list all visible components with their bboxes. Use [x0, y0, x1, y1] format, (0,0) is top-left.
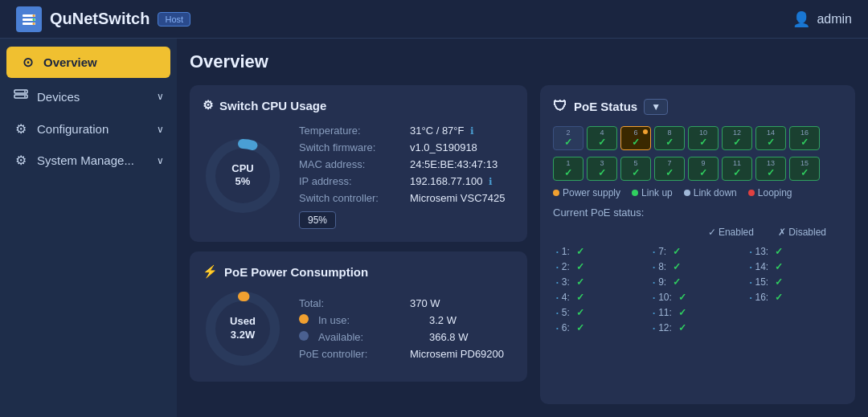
poe-status-dropdown[interactable]: ▼: [644, 99, 668, 115]
cpu-donut-label: CPU 5%: [231, 162, 253, 190]
svg-point-4: [33, 18, 35, 21]
available-dot: [299, 331, 309, 341]
info-row-controller: Switch controller: Microsemi VSC7425: [299, 190, 514, 206]
poe-status-header: 🛡 PoE Status ▼: [553, 98, 842, 115]
poe-port-status-grid: •1:✓ •7:✓ •13:✓ •2:✓ •8:✓ •14:✓ •3:✓ •9:…: [553, 244, 842, 335]
port-12[interactable]: 12✓: [722, 126, 752, 150]
port-grid-row2: 1✓ 3✓ 5✓ 7✓ 9✓ 11✓ 13✓ 15✓: [553, 157, 842, 181]
app-name: QuNetSwitch: [50, 10, 149, 28]
poe-donut-label: Used 3.2W: [230, 315, 256, 342]
port-2[interactable]: 2✓: [553, 126, 583, 150]
poe-port-7-status: •7:✓: [649, 244, 745, 259]
poe-panel-body: Used 3.2W Total: 370 W In use:: [203, 288, 514, 369]
content-area: Overview ⚙ Switch CPU Usage: [177, 39, 868, 417]
header-left: QuNetSwitch Host: [16, 6, 190, 32]
system-manage-icon: ⚙: [13, 153, 29, 168]
sidebar-item-overview[interactable]: ⊙ Overview: [6, 47, 170, 78]
cpu-panel-icon: ⚙: [203, 98, 213, 112]
poe-legend: Power supply Link up Link down Looping: [553, 187, 842, 198]
admin-label: admin: [817, 12, 852, 27]
inuse-dot: [299, 314, 309, 324]
power-supply-dot: [553, 190, 559, 196]
legend-link-down: Link down: [684, 187, 737, 198]
svg-point-9: [24, 96, 26, 97]
left-panels: ⚙ Switch CPU Usage CPU 5%: [190, 85, 527, 404]
poe-port-9-status: •9:✓: [649, 275, 745, 289]
legend-power-supply: Power supply: [553, 187, 620, 198]
header-right: 👤 admin: [792, 10, 852, 28]
poe-port-1-status: •1:✓: [553, 244, 649, 259]
chevron-down-icon: ∨: [157, 124, 164, 135]
port-8[interactable]: 8✓: [654, 126, 685, 150]
sidebar-item-configuration[interactable]: ⚙ Configuration ∨: [0, 113, 177, 145]
port-14[interactable]: 14✓: [755, 126, 786, 150]
info-row-available: Available: 366.8 W: [299, 329, 514, 345]
poe-power-icon: ⚡: [203, 264, 218, 279]
info-row-inuse: In use: 3.2 W: [299, 312, 514, 329]
poe-port-3-status: •3:✓: [553, 275, 649, 289]
port-7[interactable]: 7✓: [654, 157, 685, 181]
poe-power-panel: ⚡ PoE Power Consumption Used 3.2W: [190, 251, 527, 382]
cpu-panel-body: CPU 5% Temperature: 31°C / 87°F ℹ: [203, 122, 514, 229]
poe-port-14-status: •14:✓: [747, 260, 842, 274]
cpu-donut: CPU 5%: [203, 136, 283, 216]
port-3[interactable]: 3✓: [587, 157, 617, 181]
poe-port-16-status: •16:✓: [747, 290, 842, 305]
port-1[interactable]: 1✓: [553, 157, 583, 181]
cpu-panel: ⚙ Switch CPU Usage CPU 5%: [190, 85, 527, 242]
poe-port-10-status: •10:✓: [649, 290, 745, 305]
port-10[interactable]: 10✓: [688, 126, 719, 150]
main-layout: ⊙ Overview Devices ∨ ⚙ Configuration ∨ ⚙…: [0, 39, 868, 417]
svg-point-3: [33, 14, 35, 17]
poe-port-6-status: •6:✓: [553, 321, 649, 335]
sidebar-item-label: Overview: [43, 55, 97, 69]
devices-icon: [13, 88, 29, 105]
info-row-temperature: Temperature: 31°C / 87°F ℹ: [299, 122, 514, 139]
sidebar-item-devices[interactable]: Devices ∨: [0, 80, 177, 113]
link-up-dot: [632, 190, 638, 196]
poe-port-empty2: [747, 321, 842, 335]
port-4[interactable]: 4✓: [587, 126, 617, 150]
tooltip-95: 95%: [299, 211, 336, 229]
info-row-poe-controller: PoE controller: Microsemi PD69200: [299, 345, 514, 362]
poe-port-12-status: •12:✓: [649, 321, 745, 335]
port-15[interactable]: 15✓: [789, 157, 820, 181]
port-grid-row1: 2✓ 4✓ 6✓ 8✓ 10✓ 12✓ 14✓ 16✓: [553, 126, 842, 150]
info-row-firmware: Switch firmware: v1.0_S190918: [299, 139, 514, 156]
info-icon-temperature[interactable]: ℹ: [470, 125, 474, 137]
host-badge: Host: [158, 12, 190, 27]
port-11[interactable]: 11✓: [722, 157, 752, 181]
info-icon-ip[interactable]: ℹ: [489, 176, 493, 187]
cpu-info-table: Temperature: 31°C / 87°F ℹ Switch firmwa…: [299, 122, 514, 229]
poe-power-panel-title: ⚡ PoE Power Consumption: [203, 264, 514, 279]
current-poe-status-label: Current PoE status:: [553, 206, 842, 219]
poe-port-2-status: •2:✓: [553, 260, 649, 274]
disabled-label: ✗ Disabled: [778, 227, 826, 238]
poe-status-shield-icon: 🛡: [553, 98, 567, 115]
info-row-total: Total: 370 W: [299, 295, 514, 312]
cpu-panel-title: ⚙ Switch CPU Usage: [203, 98, 514, 112]
port-5[interactable]: 5✓: [620, 157, 651, 181]
poe-port-5-status: •5:✓: [553, 305, 649, 320]
legend-link-up: Link up: [632, 187, 673, 198]
port-9[interactable]: 9✓: [688, 157, 719, 181]
poe-status-panel: 🛡 PoE Status ▼ 2✓ 4✓ 6✓ 8✓ 10✓ 12✓ 14✓: [540, 85, 855, 404]
poe-port-13-status: •13:✓: [747, 244, 842, 259]
legend-looping: Looping: [748, 187, 792, 198]
poe-port-empty: [747, 305, 842, 320]
chevron-down-icon: ∨: [157, 91, 164, 102]
port-6[interactable]: 6✓: [620, 126, 651, 150]
enabled-label: ✓ Enabled: [708, 227, 754, 238]
poe-port-15-status: •15:✓: [747, 275, 842, 289]
sidebar-item-system-manage[interactable]: ⚙ System Manage... ∨: [0, 145, 177, 176]
port-16-top[interactable]: 16✓: [789, 126, 820, 150]
overview-icon: ⊙: [19, 55, 35, 70]
info-row-mac: MAC address: 24:5E:BE:43:47:13: [299, 156, 514, 173]
port-13[interactable]: 13✓: [755, 157, 786, 181]
app-logo: [16, 6, 42, 32]
panels-row: ⚙ Switch CPU Usage CPU 5%: [190, 85, 855, 404]
poe-port-4-status: •4:✓: [553, 290, 649, 305]
chevron-down-icon: ∨: [157, 155, 164, 166]
header: QuNetSwitch Host 👤 admin: [0, 0, 868, 39]
looping-dot: [748, 190, 755, 196]
